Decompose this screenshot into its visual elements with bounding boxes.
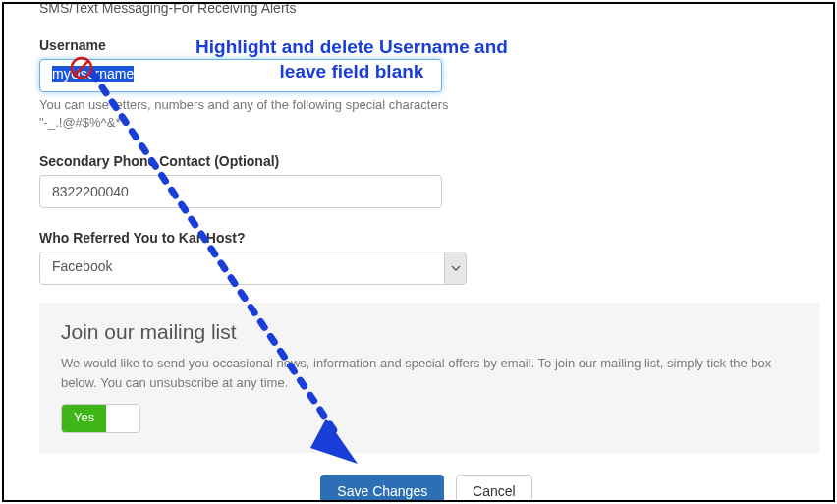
referral-value: Facebook [39, 252, 467, 285]
username-label: Username [39, 37, 813, 53]
save-button[interactable]: Save Changes [320, 475, 444, 502]
username-selected-text: myUsername [52, 66, 134, 82]
referral-label: Who Referred You to KartHost? [39, 230, 813, 246]
mailing-heading: Join our mailing list [61, 320, 798, 344]
mailing-toggle[interactable]: Yes [61, 404, 140, 433]
sms-section-label: SMS/Text Messaging-For Receiving Alerts [39, 2, 813, 16]
secondary-phone-input[interactable] [39, 175, 442, 208]
chevron-down-icon[interactable] [444, 252, 466, 284]
mailing-body: We would like to send you occasional new… [61, 354, 798, 392]
cancel-button[interactable]: Cancel [456, 475, 532, 502]
username-hint: You can use letters, numbers and any of … [39, 96, 452, 132]
toggle-yes: Yes [62, 405, 106, 432]
secondary-phone-label: Secondary Phone Contact (Optional) [39, 153, 813, 169]
mailing-list-panel: Join our mailing list We would like to s… [39, 303, 819, 453]
referral-select[interactable]: Facebook [39, 252, 467, 285]
toggle-blank [106, 405, 140, 432]
username-input[interactable]: myUsername [39, 59, 442, 92]
